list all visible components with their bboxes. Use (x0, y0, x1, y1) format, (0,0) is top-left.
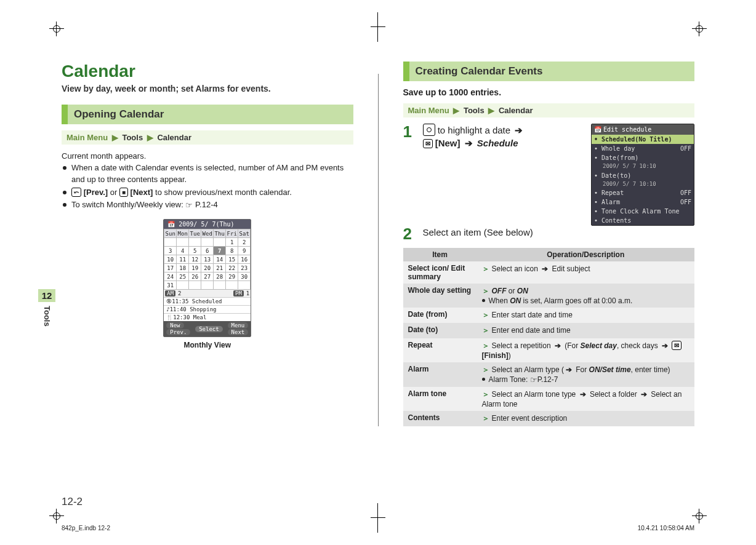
list-item: To switch Monthly/Weekly view: ☞ P.12-4 (62, 199, 353, 212)
breadcrumb-root: Main Menu (66, 133, 108, 142)
chapter-number: 12 (38, 289, 55, 302)
breadcrumb: Main Menu ▶ Tools ▶ Calendar (62, 130, 353, 145)
save-up-text: Save up to 1000 entries. (403, 87, 695, 97)
chapter-label: Tools (42, 302, 52, 330)
sched-line: ⦿11:35 Scheduled (164, 297, 251, 305)
keycap-icon: ⤺ (71, 188, 81, 197)
breadcrumb-part: Calendar (499, 106, 533, 115)
list-item: ⤺ [Prev.] or ■ [Next] to show previous/n… (62, 187, 353, 199)
bullet-list: When a date with Calendar events is sele… (62, 162, 353, 212)
calendar-grid: SunMonTueWedThuFriSat1234567891011121314… (164, 229, 251, 290)
screen-title: 📅 2009/ 5/ 7(Thu) (164, 220, 251, 229)
breadcrumb-part: Calendar (157, 133, 191, 142)
intro-text: Current month appears. (62, 151, 353, 162)
mail-key-icon: ✉ (423, 139, 433, 148)
reg-mark (49, 22, 64, 36)
figure-monthly-view: 📅 2009/ 5/ 7(Thu) SunMonTueWedThuFriSat1… (62, 219, 353, 349)
reg-mark (371, 12, 385, 42)
edit-schedule-screenshot: 📅 Edit schedule• Scheduled(No Title)• Wh… (591, 124, 694, 226)
section-heading-opening: Opening Calendar (62, 105, 353, 124)
chevron-icon: ▶ (110, 133, 120, 142)
list-item: When a date with Calendar events is sele… (62, 162, 353, 186)
ampm-row: AM2 PM1 (164, 290, 251, 297)
breadcrumb-root: Main Menu (408, 106, 449, 115)
breadcrumb: Main Menu ▶ Tools ▶ Calendar (403, 103, 695, 117)
reg-mark (692, 509, 707, 523)
breadcrumb-part: Tools (464, 106, 485, 115)
sched-line: 🍴12:30 Meal (164, 313, 251, 321)
step-number: 1 (403, 124, 416, 140)
chapter-tab: 12 Tools (38, 289, 55, 330)
softkey-bar: New Prev. Select Menu Next (164, 321, 251, 336)
keycap-icon: ■ (119, 188, 128, 197)
nav-key-icon (423, 124, 435, 136)
arrow-icon: ➔ (463, 138, 475, 148)
reg-mark (49, 509, 64, 523)
chevron-icon: ▶ (451, 106, 461, 115)
chevron-icon: ▶ (486, 106, 496, 115)
step-number: 2 (403, 226, 416, 242)
column-divider (378, 74, 379, 426)
breadcrumb-part: Tools (122, 133, 143, 142)
page-subtitle: View by day, week or month; set Alarms f… (62, 84, 353, 93)
figure-caption: Monthly View (62, 341, 353, 349)
page-title: Calendar (62, 62, 353, 81)
footer-right: 10.4.21 10:58:04 AM (638, 525, 694, 531)
left-column: Calendar View by day, week or month; set… (62, 62, 353, 426)
sched-line: ♪11:40 Shopping (164, 305, 251, 313)
print-footer: 842p_E.indb 12-2 10.4.21 10:58:04 AM (62, 525, 694, 531)
step-2: 2 Select an item (See below) (403, 226, 695, 242)
step-1: 1 to highlight a date ➔ ✉ [New] ➔ Schedu… (403, 124, 587, 149)
pointer-icon: ☞ (185, 200, 193, 212)
reg-mark (692, 22, 707, 36)
phone-screenshot: 📅 2009/ 5/ 7(Thu) SunMonTueWedThuFriSat1… (163, 219, 251, 337)
arrow-icon: ➔ (513, 125, 525, 135)
footer-left: 842p_E.indb 12-2 (62, 525, 110, 531)
page-number: 12-2 (62, 496, 82, 508)
operations-table: ItemOperation/DescriptionSelect icon/ Ed… (403, 248, 695, 426)
section-heading-creating: Creating Calendar Events (403, 62, 695, 81)
chevron-icon: ▶ (145, 133, 155, 142)
right-column: Creating Calendar Events Save up to 1000… (403, 62, 695, 426)
